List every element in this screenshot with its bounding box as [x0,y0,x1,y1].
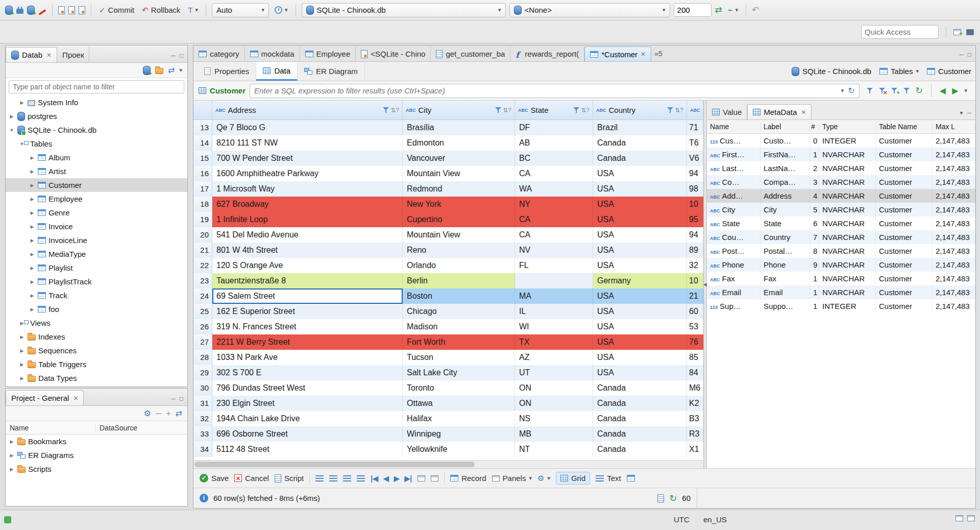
country-cell[interactable]: USA [593,288,687,304]
meta-column-header[interactable]: Type [819,123,876,131]
address-cell[interactable]: 120 S Orange Ave [212,258,403,273]
state-cell[interactable]: BC [515,151,593,166]
editor-tab[interactable]: get_customer_ba [431,46,510,61]
meta-name-cell[interactable]: ABCState [707,216,761,230]
maximize-button[interactable]: □ [180,52,183,59]
city-cell[interactable]: Fort Worth [403,334,515,350]
table-row[interactable]: 17 1 Microsoft Way Redmond WA USA 98 [193,181,703,197]
address-cell[interactable]: 230 Elgin Street [212,396,403,411]
row-number-cell[interactable]: 27 [193,334,212,350]
meta-label-cell[interactable]: LastNa… [761,161,810,175]
row-number-cell[interactable]: 21 [193,243,212,258]
meta-ordinal-cell[interactable]: 7 [810,230,819,244]
country-cell[interactable]: USA [593,334,687,350]
expand-arrow-icon[interactable]: ▶ [19,100,25,105]
navigator-tree-item[interactable]: ▶ Views [6,316,187,330]
row-number-cell[interactable]: 34 [193,442,212,457]
address-cell[interactable]: 541 Del Medio Avenue [212,227,403,243]
country-cell[interactable]: USA [593,258,687,273]
meta-type-cell[interactable]: NVARCHAR [819,258,876,272]
new-folder-icon[interactable] [155,68,163,74]
notifications-icon[interactable] [967,515,975,521]
navigator-tree-item[interactable]: ▶ MediaType [6,247,187,261]
tab-metadata[interactable]: MetaData ✕ [747,104,812,119]
meta-label-cell[interactable]: Email [761,285,810,299]
postal-cell[interactable]: 32 [687,258,703,273]
navigator-tree-item[interactable]: ▶ Track [6,288,187,302]
splitter-collapse-icon[interactable]: ◀ [703,282,707,287]
row-number-cell[interactable]: 25 [193,304,212,319]
project-tree-item[interactable]: ▶ Bookmarks [6,435,187,448]
meta-name-cell[interactable]: ABCLast… [707,161,761,175]
navigator-filter-input[interactable] [9,80,184,93]
background-tasks-icon[interactable] [955,515,963,521]
country-cell[interactable]: USA [593,243,687,258]
address-cell[interactable]: 302 S 700 E [212,365,403,380]
column-sort-icon[interactable]: ⇅? [581,107,590,114]
new-database-icon[interactable] [27,6,35,15]
navigator-tree-item[interactable]: ▶ System Info [6,95,187,109]
commit-button[interactable]: ✓ Commit [97,3,136,17]
rollback-button[interactable]: ↶ Rollback [140,3,182,17]
city-cell[interactable]: Tucson [403,350,515,365]
address-cell[interactable]: 700 W Pender Street [212,151,403,166]
table-row[interactable]: 18 627 Broadway New York NY USA 10 [193,197,703,212]
expand-arrow-icon[interactable]: ▶ [19,376,25,381]
meta-label-cell[interactable]: Suppo… [761,299,810,313]
maximize-button[interactable]: □ [180,395,183,402]
state-cell[interactable]: IL [515,304,593,319]
postal-cell[interactable]: 21 [687,288,703,304]
metadata-row[interactable]: 123Cus… Custo… 0 INTEGER Customer 2,147,… [707,134,975,148]
metadata-row[interactable]: ABCCity City 5 NVARCHAR Customer 2,147,4… [707,203,975,216]
meta-ordinal-cell[interactable]: 4 [810,189,819,203]
maximize-results-icon[interactable] [431,475,438,481]
meta-table-cell[interactable]: Customer [876,285,933,299]
close-icon[interactable]: ✕ [801,109,806,116]
tab-projects[interactable]: Проек [57,47,89,62]
meta-name-cell[interactable]: ABCFirst… [707,148,761,161]
meta-label-cell[interactable]: Phone [761,258,810,272]
meta-maxlength-cell[interactable]: 2,147,483 [933,189,975,203]
country-cell[interactable]: USA [593,227,687,243]
column-sort-icon[interactable]: ⇅? [390,107,399,114]
address-cell[interactable]: 8210 111 ST NW [212,135,403,151]
postal-cell[interactable]: 94 [687,227,703,243]
country-cell[interactable]: Canada [593,380,687,396]
meta-ordinal-cell[interactable]: 0 [810,134,819,148]
view-menu-icon[interactable]: ▾ [179,67,182,74]
country-cell[interactable]: USA [593,166,687,181]
last-row-button[interactable]: ▶| [405,474,412,483]
country-cell[interactable]: Brazil [593,120,687,135]
state-cell[interactable]: FL [515,258,593,273]
postal-cell[interactable]: 71 [687,120,703,135]
meta-maxlength-cell[interactable]: 2,147,483 [933,175,975,189]
custom-filter-icon[interactable] [903,88,910,93]
save-button[interactable]: ✓ Save [200,474,229,483]
table-row[interactable]: 29 302 S 700 E Salt Lake City UT USA 84 [193,365,703,380]
editor-subtab[interactable]: Data [256,62,298,81]
project-tree-item[interactable]: ▶ Scripts [6,462,187,476]
cancel-button[interactable]: ✕ Cancel [234,474,269,483]
minimize-button[interactable]: ─ [171,395,176,402]
record-button[interactable]: Record [450,474,486,483]
table-row[interactable]: 13 Qe 7 Bloco G Brasília DF Brazil 71 [193,120,703,135]
postal-cell[interactable]: V6 [687,151,703,166]
state-cell[interactable] [515,273,593,288]
meta-type-cell[interactable]: NVARCHAR [819,189,876,203]
new-connection-icon[interactable] [143,66,151,75]
state-cell[interactable]: DF [515,120,593,135]
metadata-row[interactable]: ABCPhone Phone 9 NVARCHAR Customer 2,147… [707,258,975,272]
column-filter-icon[interactable] [383,107,389,113]
state-cell[interactable]: UT [515,365,593,380]
grid-column-header[interactable]: ABC Country ⇅? [593,101,687,119]
address-cell[interactable]: 319 N. Frances Street [212,319,403,334]
address-cell[interactable]: 796 Dundas Street West [212,380,403,396]
grid-column-header[interactable]: ABC City ⇅? [403,101,515,119]
metadata-row[interactable]: ABCCo… Compa… 3 NVARCHAR Customer 2,147,… [707,175,975,189]
city-cell[interactable]: Madison [403,319,515,334]
toggle-layout-icon[interactable] [357,475,365,481]
column-filter-icon[interactable] [495,107,501,113]
close-icon[interactable]: ✕ [641,51,646,58]
state-cell[interactable]: AB [515,135,593,151]
postal-cell[interactable]: 10 [687,197,703,212]
